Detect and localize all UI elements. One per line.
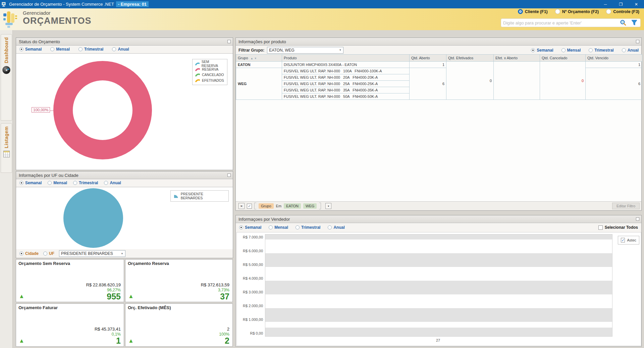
qtd-efetivados-cell: 0 — [446, 62, 494, 100]
panel-title: Status do Orçamento — [19, 39, 60, 44]
column-label: Qtd. Vencido — [587, 56, 608, 60]
period-label: Semanal — [25, 47, 42, 52]
filter-operator[interactable]: Em — [276, 204, 282, 208]
filtrar-grupo-dropdown[interactable]: EATON, WEG ▼ — [267, 47, 343, 54]
bracket-close — [319, 203, 321, 209]
close-button[interactable]: ✕ — [629, 0, 644, 8]
efet-x-aberto-cell — [494, 62, 540, 100]
sidebar-tab-dashboard[interactable]: Dashboard — [1, 34, 12, 121]
y-axis-tick: R$ 0,00 — [237, 331, 263, 335]
sidebar-tab-listagem[interactable]: Listagem — [1, 123, 12, 173]
mode-cidade-radio[interactable]: Cidade — [19, 251, 39, 256]
col-efet-x-aberto[interactable]: Efet. x Aberto — [494, 55, 540, 62]
col-qtd-vencido[interactable]: Qtd. Vencido — [586, 55, 642, 62]
status-donut-chart: 100,00% SEM RESERVA RESERVA CANCELADO EF… — [16, 53, 233, 170]
period-anual-radio[interactable]: Anual — [104, 181, 121, 185]
col-qtd-aberto[interactable]: Qtd. Aberto — [410, 55, 446, 62]
period-mensal-radio[interactable]: Mensal — [48, 181, 67, 185]
minimize-button[interactable]: ─ — [598, 0, 613, 8]
mode-cliente-radio[interactable]: Cliente (F1) — [518, 9, 548, 14]
radio-icon — [19, 47, 23, 51]
radio-icon — [78, 47, 83, 51]
column-filter-icon[interactable]: ▼ — [254, 57, 257, 60]
pie-slice-presidente-bernardes[interactable] — [63, 188, 123, 248]
column-label: Produto — [284, 56, 297, 60]
produto-cell: FUSIVEL WEG ULT. RAP. NH-000 100A FNH000… — [282, 68, 410, 74]
card-title: Orçamento Sem Reserva — [18, 261, 70, 266]
period-semanal-radio[interactable]: Semanal — [19, 47, 42, 52]
up-triangle-icon: ▲ — [128, 293, 134, 299]
legend-arc-icon — [195, 73, 200, 76]
period-label: Anual — [628, 48, 639, 53]
period-anual-radio[interactable]: Anual — [328, 225, 344, 230]
status-period-group: Semanal Mensal Trimestral Anual — [16, 46, 233, 53]
period-mensal-radio[interactable]: Mensal — [269, 225, 288, 230]
period-anual-radio[interactable]: Anual — [112, 47, 129, 52]
maximize-panel-icon[interactable] — [636, 217, 639, 221]
produto-panel-header: Informações por produto — [236, 38, 641, 46]
sort-asc-icon[interactable]: ▲ — [251, 57, 253, 60]
col-grupo[interactable]: Grupo ▲ ▼ — [236, 55, 282, 62]
mode-orcamento-radio[interactable]: Nº Orçamento (F2) — [555, 9, 599, 14]
col-qtd-efetivados[interactable]: Qtd. Efetivados — [446, 55, 494, 62]
grid-filter-bar: ✕ ✓ Grupo Em EATON WEG ▼ Editar Filtro — [236, 201, 641, 210]
table-row[interactable]: EATON DISJUNTOR HMCP400X5 3X400A - EATON… — [236, 62, 642, 68]
period-mensal-radio[interactable]: Mensal — [50, 47, 70, 52]
card-count: 37 — [220, 292, 229, 301]
maximize-panel-icon[interactable] — [227, 40, 231, 43]
period-semanal-radio[interactable]: Semanal — [531, 48, 553, 53]
period-semanal-radio[interactable]: Semanal — [239, 225, 261, 230]
legend-item: CANCELADO — [195, 72, 224, 77]
search-input[interactable] — [503, 20, 620, 25]
search-icon[interactable] — [620, 19, 627, 26]
period-trimestral-radio[interactable]: Trimestral — [78, 47, 103, 52]
donut-hole — [73, 80, 132, 140]
status-legend: SEM RESERVA RESERVA CANCELADO EFETIVADOS — [192, 59, 227, 85]
produto-cell: FUSIVEL WEG ULT. RAP. NH-000 25A FNH000-… — [282, 81, 410, 87]
legend-label: CANCELADO — [202, 73, 224, 77]
radio-icon — [43, 252, 47, 256]
mode-label: Controle (F3) — [613, 9, 639, 14]
mode-uf-radio[interactable]: UF — [43, 251, 54, 256]
qtd-vencido-cell: 6 — [586, 68, 642, 100]
checked-checkbox-icon[interactable]: ✓ — [621, 238, 625, 242]
donut-slice-reserva[interactable] — [53, 61, 152, 159]
col-qtd-cancelado[interactable]: Qtd. Cancelado — [540, 55, 586, 62]
select-all-checkbox[interactable]: Selecionar Todos — [598, 225, 638, 230]
filter-funnel-icon[interactable] — [630, 19, 638, 26]
maximize-panel-icon[interactable] — [636, 40, 639, 43]
filter-dropdown-button[interactable]: ▼ — [325, 203, 331, 209]
period-trimestral-radio[interactable]: Trimestral — [589, 48, 613, 53]
period-label: Anual — [333, 225, 344, 230]
restore-button[interactable]: ❐ — [613, 0, 629, 8]
produto-panel: Informações por produto Filtrar Grupo: E… — [235, 38, 642, 211]
maximize-panel-icon[interactable] — [227, 173, 231, 177]
filter-value-chip[interactable]: EATON — [284, 203, 301, 209]
period-anual-radio[interactable]: Anual — [622, 48, 639, 53]
period-label: Semanal — [537, 48, 553, 53]
filter-value-chip[interactable]: WEG — [303, 203, 317, 209]
series-legend-astec[interactable]: ✓ Astec — [618, 236, 639, 245]
col-produto[interactable]: Produto — [282, 55, 410, 62]
period-trimestral-radio[interactable]: Trimestral — [73, 181, 98, 185]
radio-icon — [50, 47, 54, 51]
uf-period-group: Semanal Mensal Trimestral Anual — [16, 179, 233, 187]
period-semanal-radio[interactable]: Semanal — [19, 181, 42, 185]
mode-controle-radio[interactable]: Controle (F3) — [606, 9, 639, 14]
panel-title: Informações por produto — [238, 39, 286, 44]
filter-field-chip[interactable]: Grupo — [259, 203, 274, 209]
period-mensal-radio[interactable]: Mensal — [561, 48, 581, 53]
produto-table: Grupo ▲ ▼ Produto Qtd. Aberto Qtd. Efeti… — [236, 54, 642, 100]
radio-icon — [606, 9, 611, 14]
legend-item: RESERVA — [195, 67, 224, 72]
series-label: Astec — [627, 238, 636, 242]
city-dropdown[interactable]: PRESIDENTE BERNARDES ▼ — [59, 250, 125, 257]
period-trimestral-radio[interactable]: Trimestral — [296, 225, 320, 230]
remove-filter-button[interactable]: ✕ — [238, 203, 245, 209]
grupo-cell: EATON — [236, 62, 282, 68]
period-label: Trimestral — [79, 181, 98, 185]
editar-filtro-button[interactable]: Editar Filtro — [612, 203, 640, 209]
filter-enabled-checkbox[interactable]: ✓ — [247, 204, 252, 209]
y-axis-tick: R$ 4.000,00 — [237, 276, 263, 280]
qtd-cancelado-cell: 0 — [540, 62, 586, 100]
